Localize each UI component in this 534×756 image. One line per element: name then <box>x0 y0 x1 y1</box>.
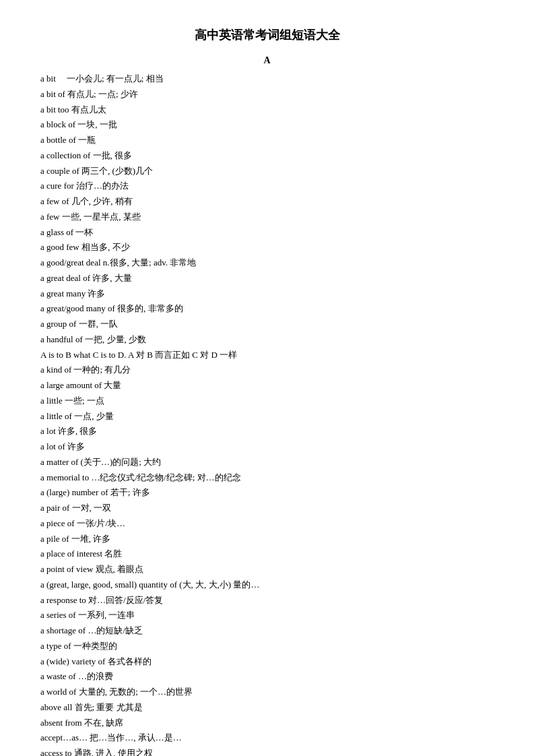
list-item: a cure for 治疗…的办法 <box>40 179 494 194</box>
list-item: a point of view 观点, 着眼点 <box>40 562 494 577</box>
list-item: a couple of 两三个, (少数)几个 <box>40 164 494 179</box>
list-item: a good/great deal n.很多, 大量; adv. 非常地 <box>40 255 494 271</box>
list-item: a pile of 一堆, 许多 <box>40 532 494 547</box>
list-item: a piece of 一张/片/块… <box>40 516 494 532</box>
list-item: a waste of …的浪费 <box>40 669 494 685</box>
list-item: a great/good many of 很多的, 非常多的 <box>40 301 494 317</box>
list-item: absent from 不在, 缺席 <box>40 716 494 731</box>
list-item: a bit of 有点儿; 一点; 少许 <box>40 87 494 102</box>
list-item: a memorial to …纪念仪式/纪念物/纪念碑; 对…的纪念 <box>40 470 494 486</box>
list-item: a great many 许多 <box>40 286 494 302</box>
list-item: a group of 一群, 一队 <box>40 317 494 332</box>
list-item: a little 一些; 一点 <box>40 393 494 409</box>
list-item: above all 首先; 重要 尤其是 <box>40 700 494 716</box>
list-item: a series of 一系列, 一连串 <box>40 608 494 623</box>
list-item: access to 通路, 进入, 使用之权 <box>40 746 494 756</box>
list-item: a block of 一块, 一批 <box>40 117 494 133</box>
list-item: a (large) number of 若干; 许多 <box>40 485 494 501</box>
list-item: a few 一些, 一星半点, 某些 <box>40 210 494 225</box>
list-item: a little of 一点, 少量 <box>40 409 494 424</box>
list-item: a great deal of 许多, 大量 <box>40 271 494 286</box>
list-item: a collection of 一批, 很多 <box>40 148 494 164</box>
page-title: 高中英语常考词组短语大全 <box>40 27 494 43</box>
list-item: a bit 一小会儿; 有一点儿; 相当 <box>40 71 494 87</box>
list-item: a lot of 许多 <box>40 439 494 455</box>
list-item: a place of interest 名胜 <box>40 546 494 562</box>
list-item: A is to B what C is to D. A 对 B 而言正如 C 对… <box>40 348 494 363</box>
list-item: a glass of 一杯 <box>40 225 494 241</box>
section-letter-a: A <box>40 55 494 66</box>
list-item: a few of 几个, 少许, 稍有 <box>40 194 494 210</box>
list-item: a world of 大量的, 无数的; 一个…的世界 <box>40 685 494 700</box>
list-item: a matter of (关于…)的问题; 大约 <box>40 455 494 470</box>
list-item: a handful of 一把, 少量, 少数 <box>40 332 494 348</box>
list-item: a large amount of 大量 <box>40 378 494 393</box>
list-item: a kind of 一种的; 有几分 <box>40 363 494 378</box>
list-item: a type of 一种类型的 <box>40 639 494 654</box>
list-item: a lot 许多, 很多 <box>40 424 494 439</box>
entries-container: a bit 一小会儿; 有一点儿; 相当a bit of 有点儿; 一点; 少许… <box>40 71 494 756</box>
list-item: a shortage of …的短缺/缺乏 <box>40 623 494 639</box>
list-item: a (wide) variety of 各式各样的 <box>40 654 494 670</box>
list-item: a (great, large, good, small) quantity o… <box>40 577 494 593</box>
list-item: a bottle of 一瓶 <box>40 133 494 148</box>
list-item: accept…as… 把…当作…, 承认…是… <box>40 730 494 746</box>
list-item: a response to 对…回答/反应/答复 <box>40 593 494 608</box>
list-item: a good few 相当多, 不少 <box>40 240 494 255</box>
list-item: a pair of 一对, 一双 <box>40 501 494 516</box>
list-item: a bit too 有点儿太 <box>40 102 494 118</box>
